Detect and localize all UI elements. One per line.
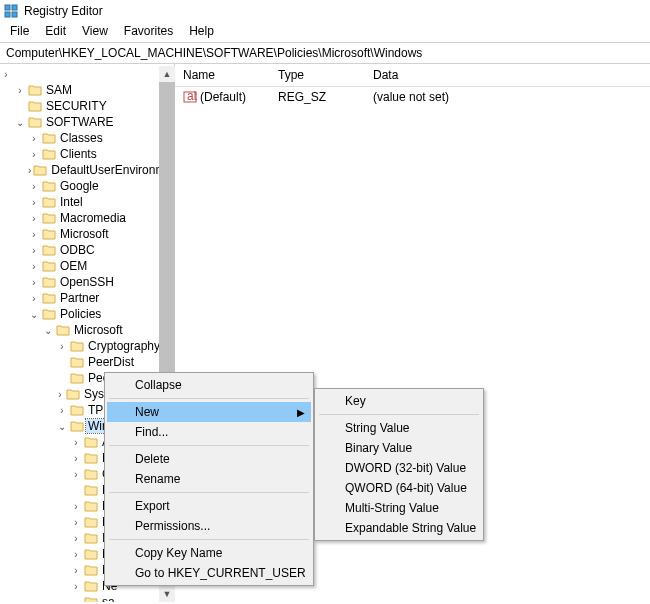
tree-item-label: SECURITY xyxy=(44,99,109,113)
expand-icon[interactable]: › xyxy=(28,132,40,144)
collapse-icon[interactable]: ⌄ xyxy=(14,116,26,128)
folder-icon xyxy=(66,388,80,400)
collapse-icon[interactable]: ⌄ xyxy=(56,420,68,432)
expand-icon[interactable]: › xyxy=(28,180,40,192)
cm-new-multistring[interactable]: Multi-String Value xyxy=(317,498,481,518)
tree-item[interactable]: ›OEM xyxy=(28,258,174,274)
address-input[interactable] xyxy=(6,46,644,60)
tree-item[interactable]: ›SAM xyxy=(14,82,174,98)
folder-icon xyxy=(42,308,56,320)
tree-item-label: Clients xyxy=(58,147,99,161)
expand-icon[interactable]: › xyxy=(28,260,40,272)
expand-icon[interactable]: › xyxy=(56,404,68,416)
expand-icon[interactable]: › xyxy=(28,212,40,224)
cm-separator xyxy=(109,492,309,493)
expand-icon[interactable]: › xyxy=(28,164,31,176)
cm-delete[interactable]: Delete xyxy=(107,449,311,469)
expand-icon[interactable]: › xyxy=(56,388,64,400)
menu-help[interactable]: Help xyxy=(181,22,222,42)
expand-icon[interactable]: › xyxy=(28,244,40,256)
folder-icon xyxy=(84,580,98,592)
scroll-down-button[interactable]: ▼ xyxy=(159,586,175,602)
tree-item-label: SOFTWARE xyxy=(44,115,116,129)
tree-item[interactable]: ›Classes xyxy=(28,130,174,146)
submenu-arrow-icon: ▶ xyxy=(297,407,305,418)
cm-permissions[interactable]: Permissions... xyxy=(107,516,311,536)
menu-bar: File Edit View Favorites Help xyxy=(0,22,650,42)
tree-item[interactable]: ›Microsoft xyxy=(28,226,174,242)
tree-item[interactable]: ›Clients xyxy=(28,146,174,162)
expand-icon[interactable]: › xyxy=(70,532,82,544)
cm-new-expandstring[interactable]: Expandable String Value xyxy=(317,518,481,538)
cm-rename[interactable]: Rename xyxy=(107,469,311,489)
svg-rect-3 xyxy=(12,12,17,17)
cm-new-qword[interactable]: QWORD (64-bit) Value xyxy=(317,478,481,498)
cm-goto-hkcu[interactable]: Go to HKEY_CURRENT_USER xyxy=(107,563,311,583)
string-value-icon: ab xyxy=(183,90,197,104)
tree-item[interactable]: ›Google xyxy=(28,178,174,194)
tree-item[interactable]: ›Intel xyxy=(28,194,174,210)
tree-item[interactable]: ›OpenSSH xyxy=(28,274,174,290)
tree-item[interactable]: ›Partner xyxy=(28,290,174,306)
expand-icon[interactable]: › xyxy=(70,452,82,464)
expand-icon[interactable]: › xyxy=(28,196,40,208)
expand-icon[interactable]: › xyxy=(0,68,12,80)
folder-icon xyxy=(70,420,84,432)
expand-icon[interactable]: › xyxy=(28,292,40,304)
expand-icon[interactable]: › xyxy=(70,436,82,448)
cm-separator xyxy=(319,414,479,415)
expand-icon[interactable]: › xyxy=(70,564,82,576)
tree-item[interactable]: ⌄SOFTWARE xyxy=(14,114,174,130)
cm-new-key[interactable]: Key xyxy=(317,391,481,411)
col-data[interactable]: Data xyxy=(365,64,650,86)
folder-icon xyxy=(42,180,56,192)
tree-item[interactable]: ›Cryptography xyxy=(56,338,174,354)
expand-icon[interactable]: › xyxy=(70,516,82,528)
scroll-up-button[interactable]: ▲ xyxy=(159,66,175,82)
menu-file[interactable]: File xyxy=(2,22,37,42)
expand-icon[interactable]: › xyxy=(28,148,40,160)
col-type[interactable]: Type xyxy=(270,64,365,86)
scroll-thumb[interactable] xyxy=(159,82,175,372)
cm-new[interactable]: New ▶ xyxy=(107,402,311,422)
menu-edit[interactable]: Edit xyxy=(37,22,74,42)
list-header: Name Type Data xyxy=(175,64,650,87)
tree-root-toggle[interactable]: › xyxy=(0,66,174,82)
cm-new-binary[interactable]: Binary Value xyxy=(317,438,481,458)
menu-view[interactable]: View xyxy=(74,22,116,42)
expand-icon[interactable]: › xyxy=(14,84,26,96)
collapse-icon[interactable]: ⌄ xyxy=(42,324,54,336)
tree-item[interactable]: ›Macromedia xyxy=(28,210,174,226)
tree-item[interactable]: ⌄Policies xyxy=(28,306,174,322)
collapse-icon[interactable]: ⌄ xyxy=(28,308,40,320)
svg-rect-1 xyxy=(5,12,10,17)
tree-item[interactable]: ›ODBC xyxy=(28,242,174,258)
tree-item-label: Intel xyxy=(58,195,85,209)
expand-icon[interactable]: › xyxy=(56,340,68,352)
tree-item[interactable]: ›DefaultUserEnvironme xyxy=(28,162,174,178)
tree-item[interactable]: ·PeerDist xyxy=(56,354,174,370)
expand-icon[interactable]: › xyxy=(70,500,82,512)
tree-item-label: Macromedia xyxy=(58,211,128,225)
tree-item-label: Google xyxy=(58,179,101,193)
tree-item[interactable]: ⌄Microsoft xyxy=(42,322,174,338)
tree-item[interactable]: ·SECURITY xyxy=(14,98,174,114)
tree-item-label: SAM xyxy=(44,83,74,97)
expand-icon[interactable]: › xyxy=(28,228,40,240)
cm-export[interactable]: Export xyxy=(107,496,311,516)
expand-icon[interactable]: › xyxy=(28,276,40,288)
list-row[interactable]: ab (Default) REG_SZ (value not set) xyxy=(175,87,650,107)
col-name[interactable]: Name xyxy=(175,64,270,86)
tree-item-label: PeerDist xyxy=(86,355,136,369)
expand-icon[interactable]: › xyxy=(70,548,82,560)
cm-collapse[interactable]: Collapse xyxy=(107,375,311,395)
cm-new-dword[interactable]: DWORD (32-bit) Value xyxy=(317,458,481,478)
menu-favorites[interactable]: Favorites xyxy=(116,22,181,42)
cm-copy-key-name[interactable]: Copy Key Name xyxy=(107,543,311,563)
folder-icon xyxy=(33,164,47,176)
expand-icon[interactable]: › xyxy=(70,580,82,592)
value-type: REG_SZ xyxy=(270,89,365,105)
expand-icon[interactable]: › xyxy=(70,468,82,480)
cm-find[interactable]: Find... xyxy=(107,422,311,442)
cm-new-string[interactable]: String Value xyxy=(317,418,481,438)
